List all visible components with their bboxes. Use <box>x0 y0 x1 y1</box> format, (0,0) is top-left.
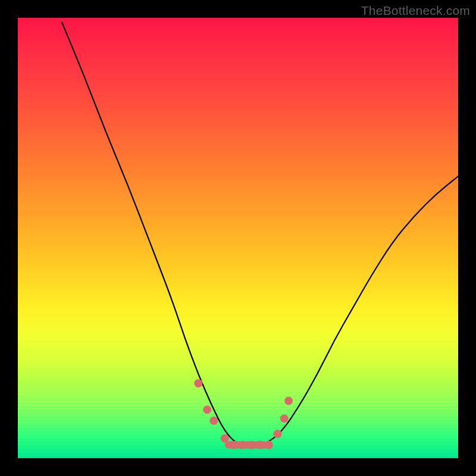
marker-dot <box>274 430 282 438</box>
marker-dot <box>203 406 211 414</box>
marker-dot <box>230 441 238 449</box>
watermark-text: TheBottleneck.com <box>361 4 470 18</box>
bottleneck-curve <box>62 22 458 444</box>
marker-dot <box>247 441 255 449</box>
marker-dot <box>284 397 293 405</box>
marker-dot <box>265 441 273 449</box>
marker-dot <box>238 441 246 449</box>
chart-frame: TheBottleneck.com <box>0 0 476 476</box>
marker-dot <box>221 434 229 443</box>
marker-dot <box>209 416 218 425</box>
bottleneck-curve-svg <box>18 18 458 458</box>
marker-group <box>194 379 293 449</box>
marker-dot <box>256 441 264 449</box>
plot-area <box>18 18 458 458</box>
marker-dot <box>280 414 289 422</box>
marker-dot <box>194 379 202 387</box>
